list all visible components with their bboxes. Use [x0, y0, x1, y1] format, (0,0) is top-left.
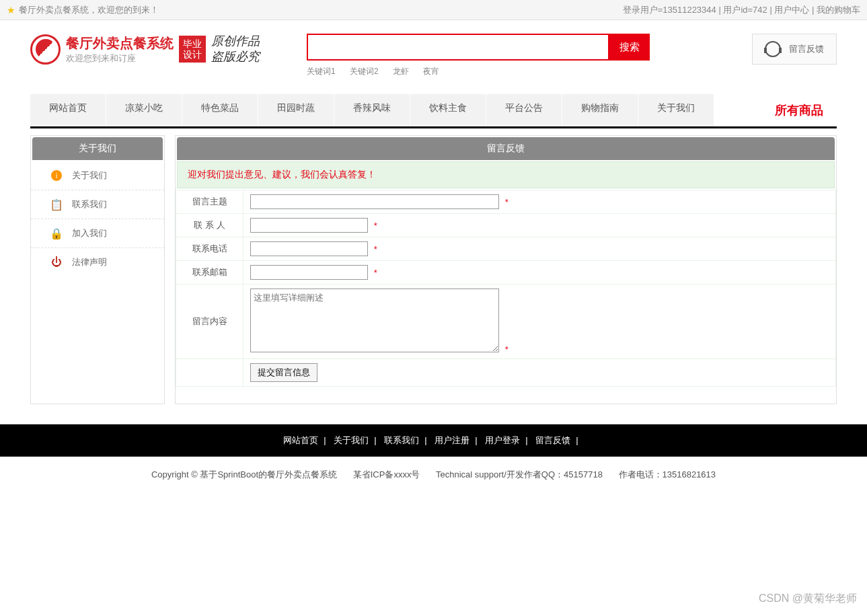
clipboard-icon: 📋: [51, 199, 62, 210]
required-mark: *: [374, 268, 377, 278]
label-content: 留言内容: [176, 284, 243, 359]
sidebar-item-label: 关于我们: [72, 169, 107, 182]
label-email: 联系邮箱: [176, 261, 243, 284]
star-icon: ★: [7, 0, 15, 20]
footer-link-contact[interactable]: 联系我们: [384, 435, 419, 445]
headset-icon: [765, 41, 781, 57]
footer-link-about[interactable]: 关于我们: [334, 435, 369, 445]
sidebar-header: 关于我们: [32, 137, 163, 160]
script-line1: 原创作品: [211, 34, 260, 49]
power-icon: ⏻: [51, 257, 62, 268]
main-panel: 留言反馈 迎对我们提出意见、建议，我们会认真答复！ 留言主题 * 联 系 人 *…: [175, 135, 837, 404]
welcome-text: 餐厅外卖点餐系统，欢迎您的到来！: [19, 0, 159, 20]
sidebar-item-label: 联系我们: [72, 198, 107, 210]
badge-graduation: 毕业 设计: [179, 36, 206, 63]
logo-subtitle: 欢迎您到来和订座: [66, 52, 174, 65]
required-mark: *: [374, 244, 377, 254]
nav-guide[interactable]: 购物指南: [562, 94, 638, 126]
support-text: Technical support/开发作者QQ：45157718: [436, 469, 603, 479]
content-textarea[interactable]: [250, 288, 499, 352]
search-input[interactable]: [307, 34, 609, 61]
label-phone: 联系电话: [176, 237, 243, 261]
required-mark: *: [505, 344, 508, 354]
sidebar-item-about[interactable]: i 关于我们: [31, 161, 164, 190]
label-contact: 联 系 人: [176, 214, 243, 237]
footer-link-feedback[interactable]: 留言反馈: [535, 435, 570, 445]
nav-all-products[interactable]: 所有商品: [761, 94, 837, 126]
footer-copyright: Copyright © 基于SprintBoot的餐厅外卖点餐系统 某省ICP备…: [0, 457, 867, 493]
script-line2: 盗版必究: [211, 49, 260, 65]
email-input[interactable]: [250, 265, 368, 280]
feedback-button[interactable]: 留言反馈: [752, 34, 837, 65]
nav-drinks[interactable]: 饮料主食: [410, 94, 486, 126]
main-header: 留言反馈: [177, 137, 835, 160]
phone-text: 作者电话：13516821613: [619, 469, 716, 479]
search-block: 搜索 关键词1 关键词2 龙虾 夜宵: [307, 34, 650, 77]
script-text: 原创作品 盗版必究: [211, 34, 260, 65]
keyword-link[interactable]: 夜宵: [423, 67, 439, 76]
feedback-form: 留言主题 * 联 系 人 * 联系电话 * 联系邮箱 * 留言内容 *: [176, 190, 836, 387]
main-nav: 网站首页 凉菜小吃 特色菜品 田园时蔬 香辣风味 饮料主食 平台公告 购物指南 …: [30, 94, 837, 128]
user-links[interactable]: 登录用户=13511223344 | 用户id=742 | 用户中心 | 我的购…: [623, 5, 860, 15]
nav-home[interactable]: 网站首页: [30, 94, 106, 126]
badge-line1: 毕业: [183, 38, 202, 50]
feedback-button-label: 留言反馈: [789, 43, 824, 55]
keyword-link[interactable]: 龙虾: [393, 67, 409, 76]
sidebar-item-contact[interactable]: 📋 联系我们: [31, 190, 164, 219]
label-subject: 留言主题: [176, 190, 243, 214]
logo-title: 餐厅外卖点餐系统: [66, 34, 174, 52]
phone-input[interactable]: [250, 241, 368, 256]
required-mark: *: [374, 221, 377, 231]
sidebar: 关于我们 i 关于我们 📋 联系我们 🔒 加入我们 ⏻ 法律声明: [30, 135, 165, 404]
content: 关于我们 i 关于我们 📋 联系我们 🔒 加入我们 ⏻ 法律声明 留言反馈 迎对…: [0, 128, 867, 411]
footer-link-home[interactable]: 网站首页: [283, 435, 318, 445]
nav-specialty[interactable]: 特色菜品: [182, 94, 258, 126]
required-mark: *: [505, 197, 508, 207]
nav-spicy[interactable]: 香辣风味: [334, 94, 410, 126]
footer-nav: 网站首页| 关于我们| 联系我们| 用户注册| 用户登录| 留言反馈|: [0, 424, 867, 457]
keyword-link[interactable]: 关键词1: [307, 67, 336, 76]
footer-link-register[interactable]: 用户注册: [435, 435, 469, 445]
keyword-link[interactable]: 关键词2: [350, 67, 379, 76]
empty-cell: [176, 359, 243, 387]
nav-vegetables[interactable]: 田园时蔬: [258, 94, 334, 126]
footer-link-login[interactable]: 用户登录: [485, 435, 520, 445]
feedback-button-wrap: 留言反馈: [752, 34, 837, 65]
icp-text: 某省ICP备xxxx号: [353, 469, 420, 479]
header: 餐厅外卖点餐系统 欢迎您到来和订座 毕业 设计 原创作品 盗版必究 搜索 关键词…: [0, 20, 867, 84]
sidebar-item-label: 加入我们: [72, 227, 107, 239]
copyright-text: Copyright © 基于SprintBoot的餐厅外卖点餐系统: [151, 469, 337, 479]
nav-cold-dishes[interactable]: 凉菜小吃: [106, 94, 182, 126]
search-button[interactable]: 搜索: [609, 34, 650, 61]
nav-about[interactable]: 关于我们: [638, 94, 714, 126]
lock-icon: 🔒: [51, 228, 62, 239]
contact-input[interactable]: [250, 218, 368, 233]
submit-button[interactable]: 提交留言信息: [250, 363, 317, 382]
notice-bar: 迎对我们提出意见、建议，我们会认真答复！: [177, 161, 835, 188]
subject-input[interactable]: [250, 194, 499, 209]
nav-announcements[interactable]: 平台公告: [486, 94, 562, 126]
logo-block[interactable]: 餐厅外卖点餐系统 欢迎您到来和订座 毕业 设计 原创作品 盗版必究: [30, 34, 260, 65]
topbar: ★ 餐厅外卖点餐系统，欢迎您的到来！ 登录用户=13511223344 | 用户…: [0, 0, 867, 20]
info-icon: i: [51, 170, 62, 181]
sidebar-item-join[interactable]: 🔒 加入我们: [31, 219, 164, 248]
keywords: 关键词1 关键词2 龙虾 夜宵: [307, 66, 650, 77]
badge-line2: 设计: [183, 49, 202, 61]
logo-icon: [30, 34, 61, 65]
sidebar-item-label: 法律声明: [72, 256, 107, 268]
sidebar-item-legal[interactable]: ⏻ 法律声明: [31, 248, 164, 276]
topbar-left: ★ 餐厅外卖点餐系统，欢迎您的到来！: [7, 0, 159, 20]
topbar-right[interactable]: 登录用户=13511223344 | 用户id=742 | 用户中心 | 我的购…: [623, 0, 860, 20]
